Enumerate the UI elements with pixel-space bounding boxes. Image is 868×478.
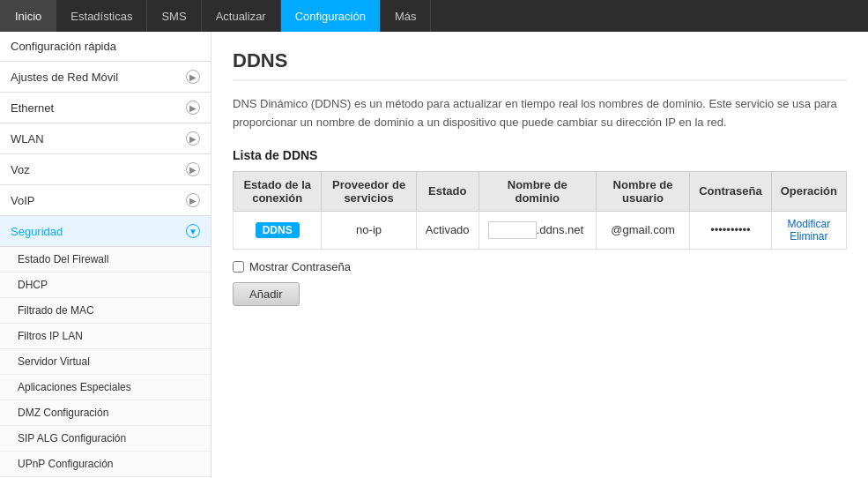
table-row: DDNS no-ip Activado .ddns.net @gmail.com… [234,211,847,249]
nav-inicio[interactable]: Inicio [0,0,56,32]
sidebar-item-ajustes-red[interactable]: Ajustes de Red Móvil ▶ [0,62,211,93]
col-provider: Proveedor de servicios [322,171,416,211]
add-button[interactable]: Añadir [233,282,300,306]
sidebar-subitem-servidor-virtual[interactable]: Servidor Virtual [0,349,211,375]
sidebar-item-voz[interactable]: Voz ▶ [0,154,211,185]
col-domain: Nombre de dominio [479,171,596,211]
cell-provider: no-ip [322,211,416,249]
cell-connection-status: DDNS [234,211,322,249]
delete-link[interactable]: Eliminar [781,230,837,243]
sidebar-item-voip[interactable]: VoIP ▶ [0,185,211,216]
cell-operations: Modificar Eliminar [771,211,846,249]
nav-estadisticas[interactable]: Estadísticas [56,0,147,32]
content-area: DDNS DNS Dinámico (DDNS) es un método pa… [211,32,868,478]
sidebar-subitem-dmz[interactable]: DMZ Configuración [0,400,211,426]
cell-password: •••••••••• [690,211,772,249]
sidebar-subitem-filtros-ip[interactable]: Filtros IP LAN [0,324,211,349]
cell-username: @gmail.com [596,211,689,249]
main-layout: Configuración rápida Ajustes de Red Móvi… [0,32,868,478]
arrow-icon: ▼ [186,224,200,238]
cell-status: Activado [416,211,479,249]
col-password: Contraseña [690,171,772,211]
nav-sms[interactable]: SMS [147,0,201,32]
sidebar-subitem-estado-firewall[interactable]: Estado Del Firewall [0,247,211,273]
nav-mas[interactable]: Más [381,0,432,32]
nav-actualizar[interactable]: Actualizar [202,0,281,32]
sidebar-item-ethernet[interactable]: Ethernet ▶ [0,93,211,123]
show-password-checkbox[interactable] [233,261,244,273]
col-connection: Estado de la conexión [234,171,322,211]
list-title: Lista de DDNS [233,148,847,162]
nav-configuracion[interactable]: Configuración [281,0,381,32]
sidebar-label: Ethernet [11,101,54,115]
arrow-icon: ▶ [186,70,200,84]
sidebar-item-wlan[interactable]: WLAN ▶ [0,123,211,154]
sidebar-label: Voz [11,163,30,176]
ddns-badge: DDNS [256,222,300,238]
show-password-label: Mostrar Contraseña [249,260,351,273]
sidebar-subitem-upnp[interactable]: UPnP Configuración [0,452,211,477]
col-operation: Operación [771,171,846,211]
page-title: DDNS [233,49,847,81]
sidebar-subitem-aplicaciones[interactable]: Aplicaciones Especiales [0,375,211,400]
arrow-icon: ▶ [186,101,200,115]
sidebar-item-seguridad[interactable]: Seguridad ▼ [0,216,211,247]
sidebar-label: Ajustes de Red Móvil [11,71,118,84]
modify-link[interactable]: Modificar [781,218,837,230]
show-password-row: Mostrar Contraseña [233,260,847,273]
domain-field: .ddns.net [488,221,587,239]
cell-domain: .ddns.net [479,211,596,249]
col-status: Estado [416,171,479,211]
sidebar-subitem-dhcp[interactable]: DHCP [0,273,211,298]
sidebar: Configuración rápida Ajustes de Red Móvi… [0,32,211,478]
ddns-table: Estado de la conexión Proveedor de servi… [233,171,847,250]
arrow-icon: ▶ [186,131,200,146]
page-description: DNS Dinámico (DDNS) es un método para ac… [233,95,847,132]
domain-prefix-input[interactable] [488,221,537,239]
arrow-icon: ▶ [186,193,200,207]
col-username: Nombre de usuario [596,171,689,211]
sidebar-label: Configuración rápida [11,40,116,53]
top-nav: Inicio Estadísticas SMS Actualizar Confi… [0,0,868,32]
sidebar-label: WLAN [11,132,44,146]
sidebar-subitem-filtrado-mac[interactable]: Filtrado de MAC [0,298,211,324]
sidebar-subitem-sip[interactable]: SIP ALG Configuración [0,426,211,452]
domain-suffix: .ddns.net [537,223,584,236]
arrow-icon: ▶ [186,162,200,176]
sidebar-item-configuracion-rapida[interactable]: Configuración rápida [0,32,211,62]
sidebar-label: VoIP [11,194,34,207]
sidebar-label: Seguridad [11,225,63,238]
